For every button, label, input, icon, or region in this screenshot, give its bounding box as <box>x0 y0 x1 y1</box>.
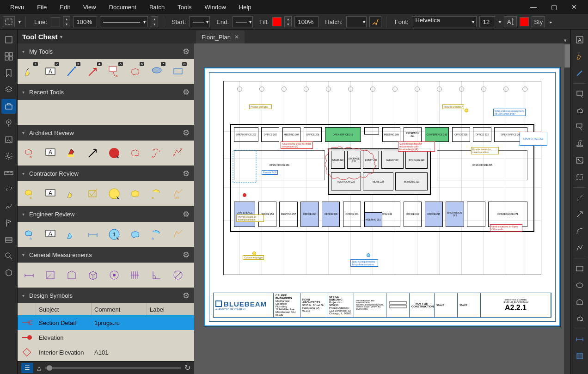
section-my-tools[interactable]: ▾My Tools⚙ <box>18 43 194 59</box>
gear-icon[interactable]: ⚙ <box>183 291 190 300</box>
highlight-tool-icon[interactable] <box>573 49 587 63</box>
note-tool-icon[interactable] <box>573 87 587 101</box>
forms-icon[interactable] <box>1 132 16 147</box>
bookmark-icon[interactable] <box>1 66 16 80</box>
polyline-tool-icon[interactable] <box>573 241 587 255</box>
tool-count[interactable] <box>127 266 144 284</box>
tool-dim2[interactable]: uH <box>169 185 187 202</box>
3d-icon[interactable] <box>1 232 16 247</box>
settings-icon[interactable] <box>1 149 16 164</box>
annotation[interactable]: Provide details on flooring transition <box>236 215 264 222</box>
start-arrow-select[interactable]: ▾ <box>190 16 210 27</box>
tool-diameter[interactable] <box>169 266 187 284</box>
tool-rect[interactable]: 8 <box>169 63 187 80</box>
gear-icon[interactable]: ⚙ <box>183 47 190 56</box>
ds-row-elevation[interactable]: Elevation <box>18 330 194 345</box>
grid-icon[interactable] <box>1 49 16 64</box>
tab-dropdown-icon[interactable]: ▾ <box>564 37 567 43</box>
tool-cloud-red[interactable]: a <box>20 144 38 162</box>
tab-floor-plan[interactable]: Floor_Plan ✕ <box>196 31 245 43</box>
close-button[interactable]: ✕ <box>564 0 584 14</box>
tool-volume[interactable] <box>84 266 102 284</box>
highlight-icon[interactable] <box>369 16 381 27</box>
tool-perimeter[interactable] <box>63 266 80 284</box>
tool-arrow2[interactable] <box>84 144 102 162</box>
list-view-button[interactable]: ☰ <box>21 363 33 373</box>
tool-highlighter2[interactable] <box>63 185 80 202</box>
drawing-sheet[interactable]: OPEN OFFICE 200 OFFICE 202 MEETING 204 O… <box>204 67 560 326</box>
tool-area[interactable] <box>42 266 59 284</box>
ds-row-interior[interactable]: Interior Elevation A101 <box>18 345 194 360</box>
thumbnails-icon[interactable] <box>1 32 16 47</box>
tool-radius[interactable] <box>105 266 123 284</box>
style-button[interactable]: Sty <box>532 16 545 27</box>
triangle-icon[interactable]: △ <box>37 365 41 371</box>
chevron-down-icon[interactable]: ▾ <box>18 19 21 25</box>
line-weight-stepper[interactable]: ▲▼ <box>63 16 70 27</box>
signature-icon[interactable] <box>1 199 16 214</box>
ds-row-section-detail[interactable]: Section Detail 1progs.ru <box>18 315 194 330</box>
col-comment[interactable]: Comment <box>92 303 147 315</box>
callout-tool-icon[interactable] <box>573 120 587 134</box>
gear-icon[interactable]: ⚙ <box>183 250 190 260</box>
pen-tool-icon[interactable] <box>573 66 587 80</box>
tool-callout3[interactable]: a <box>148 185 165 202</box>
annotation[interactable]: Provide wall type— <box>249 104 272 109</box>
layers-icon[interactable] <box>1 82 16 97</box>
section-contractor[interactable]: ▾Contractor Review⚙ <box>18 166 194 181</box>
reset-icon[interactable]: ↻ <box>184 363 190 372</box>
tool-cloud2[interactable] <box>127 144 144 162</box>
tool-cloud-blue[interactable]: a <box>20 226 38 243</box>
menu-revu[interactable]: Revu <box>4 0 31 14</box>
tool-angle[interactable] <box>148 266 165 284</box>
tool-chest-icon[interactable] <box>1 99 16 114</box>
menu-edit[interactable]: Edit <box>53 0 76 14</box>
tool-highlighter[interactable] <box>63 144 80 162</box>
tool-checkbox[interactable] <box>84 185 102 202</box>
annotation[interactable]: Confirm manufacturer recommends soffit l… <box>398 141 435 152</box>
tool-cloud-yellow[interactable]: a <box>20 185 38 202</box>
line-width-stepper[interactable]: ▲▼ <box>151 16 158 27</box>
flag-icon[interactable] <box>1 215 16 230</box>
cloud-tool-icon[interactable] <box>573 104 587 117</box>
menu-view[interactable]: View <box>77 0 103 14</box>
tool-dimension[interactable] <box>169 144 187 162</box>
menu-tools[interactable]: Tools <box>171 0 198 14</box>
canvas[interactable]: OPEN OFFICE 200 OFFICE 202 MEETING 204 O… <box>194 43 570 374</box>
annotation[interactable]: Also need to know tile install conventio… <box>281 141 313 149</box>
tool-polyline[interactable] <box>169 226 187 243</box>
tool-textbox3[interactable]: A <box>42 185 59 202</box>
polygon-tool-icon[interactable] <box>573 295 587 309</box>
tool-pen[interactable]: 3 <box>63 63 80 80</box>
col-label[interactable]: Label <box>147 303 194 315</box>
gear-icon[interactable]: ⚙ <box>183 128 190 138</box>
rectangle-tool-icon[interactable] <box>573 262 587 276</box>
minimize-button[interactable]: — <box>523 0 544 14</box>
tool-textbox2[interactable]: A <box>42 144 59 162</box>
annotation[interactable]: Column wrap type <box>243 255 264 260</box>
callout-open-office[interactable]: OPEN OFFICE 203 <box>520 132 547 146</box>
section-recent[interactable]: ▾Recent Tools⚙ <box>18 84 194 100</box>
cloud-plus-tool-icon[interactable]: + <box>573 312 587 325</box>
col-subject[interactable]: Subject <box>36 303 92 315</box>
tool-cloud[interactable]: 6 <box>127 63 144 80</box>
links-icon[interactable] <box>1 182 16 197</box>
fill-opacity-stepper[interactable]: ▲▼ <box>284 16 292 27</box>
annotation[interactable]: Need id of carpet? <box>442 104 464 109</box>
text-tool-icon[interactable]: A <box>573 33 587 47</box>
menu-window[interactable]: Window <box>198 0 233 14</box>
studio-icon[interactable] <box>1 265 16 280</box>
section-measurements[interactable]: ▾General Measurements⚙ <box>18 247 194 263</box>
spaces-icon[interactable] <box>1 116 16 130</box>
gear-icon[interactable]: ⚙ <box>183 209 190 219</box>
tool-callout[interactable]: a5 <box>105 63 123 80</box>
close-tab-icon[interactable]: ✕ <box>234 34 239 40</box>
stamp-tool-icon[interactable] <box>573 137 587 151</box>
tool-measure[interactable] <box>84 226 102 243</box>
annotation[interactable]: What enclosure requirement for Gen Offic… <box>493 109 526 116</box>
gear-icon[interactable]: ⚙ <box>183 169 190 178</box>
tool-callout4[interactable]: a <box>148 226 165 243</box>
annotation[interactable]: Need AV requirements for conference room… <box>350 259 378 267</box>
search-icon[interactable] <box>1 249 16 264</box>
tool-circle-yellow[interactable] <box>105 185 123 202</box>
